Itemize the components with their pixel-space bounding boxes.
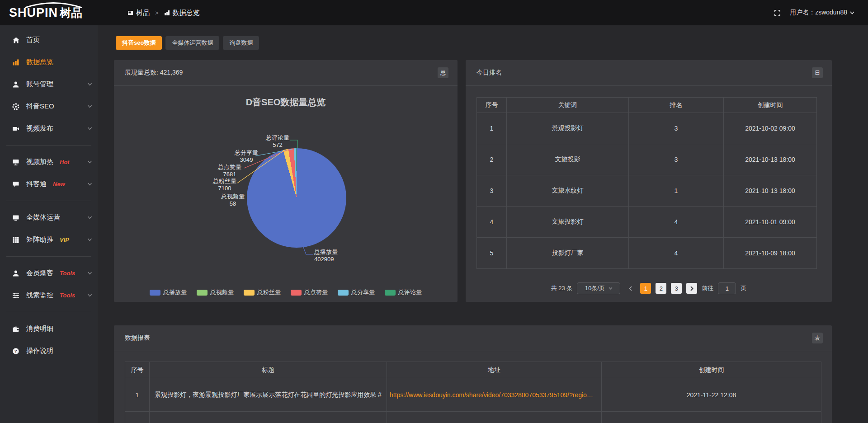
page-button-2[interactable]: 2 bbox=[656, 283, 666, 294]
legend-item[interactable]: 总评论量 bbox=[385, 288, 422, 296]
col-rank: 排名 bbox=[629, 98, 724, 113]
chevron-down-icon bbox=[87, 105, 92, 108]
prev-page-button[interactable] bbox=[625, 283, 636, 294]
pie-label-fans: 总粉丝量 7100 bbox=[202, 178, 247, 192]
pie-label-comments: 总评论量 572 bbox=[255, 134, 300, 149]
col-created: 创建时间 bbox=[602, 362, 821, 378]
table-view-button[interactable]: 表 bbox=[812, 333, 823, 343]
sidebar-divider bbox=[6, 201, 91, 201]
breadcrumb-item-overview[interactable]: 数据总览 bbox=[164, 9, 200, 17]
sidebar-divider bbox=[6, 256, 91, 257]
page-button-3[interactable]: 3 bbox=[671, 283, 682, 294]
sidebar-item-clue-monitor[interactable]: 线索监控 Tools bbox=[0, 284, 98, 306]
sidebar-divider bbox=[6, 145, 91, 146]
sidebar-item-data-overview[interactable]: 数据总览 bbox=[0, 51, 98, 73]
report-panel-header: 数据报表 表 bbox=[114, 325, 832, 351]
logo-arc-icon bbox=[24, 2, 83, 8]
sidebar-item-label: 矩阵助推 bbox=[26, 235, 53, 244]
window-icon bbox=[127, 10, 133, 16]
monitor-icon bbox=[12, 214, 20, 221]
sidebar-item-label: 线索监控 bbox=[26, 291, 53, 300]
sidebar-item-expense-detail[interactable]: 消费明细 bbox=[0, 318, 98, 340]
pie-label-plays: 总播放量 402909 bbox=[314, 249, 364, 263]
legend-swatch bbox=[197, 290, 208, 296]
chart-legend: 总播放量 总视频量 总粉丝量 总点赞量 总分享量 总评论量 bbox=[114, 288, 458, 296]
sidebar-item-matrix-boost[interactable]: 矩阵助推 VIP bbox=[0, 229, 98, 251]
data-report-panel: 数据报表 表 序号 标题 地址 创建时间 1 景观投影灯，夜游景观投影灯厂家展示… bbox=[114, 325, 832, 423]
sidebar-item-member-baoke[interactable]: 会员爆客 Tools bbox=[0, 262, 98, 284]
tab-omni-media-data[interactable]: 全媒体运营数据 bbox=[165, 36, 219, 50]
tab-douyin-seo-data[interactable]: 抖音seo数据 bbox=[116, 36, 162, 50]
legend-swatch bbox=[244, 290, 255, 296]
legend-swatch bbox=[338, 290, 349, 296]
sliders-icon bbox=[12, 292, 20, 299]
page-size-select[interactable]: 10条/页 bbox=[577, 282, 620, 294]
legend-item[interactable]: 总点赞量 bbox=[291, 288, 328, 296]
sidebar-item-help[interactable]: ? 操作说明 bbox=[0, 340, 98, 362]
chart-title: D音SEO数据量总览 bbox=[114, 96, 458, 108]
breadcrumb-item-home[interactable]: 树品 bbox=[127, 9, 150, 17]
page-button-1[interactable]: 1 bbox=[640, 283, 651, 294]
gear-icon bbox=[12, 103, 20, 110]
sidebar-item-label: 抖音SEO bbox=[26, 102, 54, 111]
sidebar-item-doukectong[interactable]: 抖客通 New bbox=[0, 173, 98, 195]
tools-badge: Tools bbox=[60, 292, 75, 299]
rank-panel-title: 今日排名 bbox=[476, 69, 502, 77]
total-view-button[interactable]: 总 bbox=[438, 67, 448, 78]
report-table: 序号 标题 地址 创建时间 1 景观投影灯，夜游景观投影灯厂家展示展示落花灯在花… bbox=[125, 362, 821, 423]
chevron-down-icon bbox=[87, 238, 92, 241]
sidebar-item-video-heat[interactable]: 视频加热 Hot bbox=[0, 151, 98, 173]
legend-item[interactable]: 总视频量 bbox=[197, 288, 234, 296]
pagination: 共 23 条 10条/页 1 2 3 前往 页 bbox=[466, 282, 832, 294]
sidebar-item-omni-media[interactable]: 全媒体运营 bbox=[0, 207, 98, 229]
col-created: 创建时间 bbox=[724, 98, 817, 113]
chevron-down-icon bbox=[87, 183, 92, 186]
sidebar-item-label: 数据总览 bbox=[26, 58, 53, 66]
main-content: 抖音seo数据 全媒体运营数据 询盘数据 展现量总数: 421,369 总 D音… bbox=[98, 25, 868, 423]
table-row: 3 文旅水纹灯 1 2021-10-13 18:00 bbox=[477, 175, 817, 207]
report-panel-title: 数据报表 bbox=[125, 334, 150, 342]
legend-item[interactable]: 总播放量 bbox=[150, 288, 187, 296]
sidebar-item-label: 消费明细 bbox=[26, 324, 53, 333]
user-menu[interactable]: 用户名：zswodun88 bbox=[790, 9, 854, 17]
table-row: 1 景观投影灯，夜游景观投影灯厂家展示展示落花灯在花园里的灯光投影应用效果 # … bbox=[125, 378, 821, 412]
legend-item[interactable]: 总粉丝量 bbox=[244, 288, 281, 296]
user-icon bbox=[12, 81, 20, 88]
table-row: 2 文旅投影 3 2021-10-13 18:00 bbox=[477, 144, 817, 175]
tools-badge: Tools bbox=[60, 270, 75, 277]
chart-panel-header: 展现量总数: 421,369 总 bbox=[114, 60, 458, 86]
day-view-button[interactable]: 日 bbox=[812, 67, 823, 78]
pie-label-shares: 总分享量 3049 bbox=[224, 149, 269, 164]
video-url-link[interactable]: https://www.iesdouyin.com/share/video/70… bbox=[390, 391, 593, 399]
sidebar-item-account[interactable]: 账号管理 bbox=[0, 73, 98, 95]
data-tabs: 抖音seo数据 全媒体运营数据 询盘数据 bbox=[116, 36, 259, 50]
tab-inquiry-data[interactable]: 询盘数据 bbox=[223, 36, 259, 50]
chevron-down-icon bbox=[87, 272, 92, 275]
sidebar-item-label: 全媒体运营 bbox=[26, 213, 60, 222]
col-index: 序号 bbox=[125, 362, 150, 378]
breadcrumb-label: 数据总览 bbox=[173, 9, 200, 17]
chevron-down-icon bbox=[87, 127, 92, 130]
sidebar-item-home[interactable]: 首页 bbox=[0, 29, 98, 51]
rank-panel-header: 今日排名 日 bbox=[466, 60, 832, 86]
fullscreen-icon[interactable] bbox=[774, 9, 781, 16]
col-url: 地址 bbox=[387, 362, 602, 378]
impressions-total-label: 展现量总数: 421,369 bbox=[125, 69, 183, 77]
bar-chart-icon bbox=[12, 59, 20, 66]
legend-item[interactable]: 总分享量 bbox=[338, 288, 375, 296]
bar-chart-icon bbox=[164, 10, 170, 16]
col-title: 标题 bbox=[150, 362, 387, 378]
sidebar-item-label: 会员爆客 bbox=[26, 269, 53, 277]
home-icon bbox=[12, 37, 20, 44]
sidebar-item-label: 抖客通 bbox=[26, 180, 47, 188]
sidebar-item-video-publish[interactable]: 视频发布 bbox=[0, 118, 98, 140]
sidebar: 首页 数据总览 账号管理 抖音SEO 视频发布 视频加热 Hot bbox=[0, 25, 98, 423]
breadcrumb-separator: > bbox=[155, 9, 159, 16]
next-page-button[interactable] bbox=[686, 283, 697, 294]
col-index: 序号 bbox=[477, 98, 507, 113]
chevron-right-icon bbox=[690, 286, 693, 291]
member-icon bbox=[12, 270, 20, 277]
today-rank-panel: 今日排名 日 序号 关键词 排名 创建时间 1 景观投影灯 3 2021-10-… bbox=[466, 60, 832, 302]
sidebar-item-douyin-seo[interactable]: 抖音SEO bbox=[0, 95, 98, 118]
goto-page-input[interactable] bbox=[718, 282, 736, 294]
